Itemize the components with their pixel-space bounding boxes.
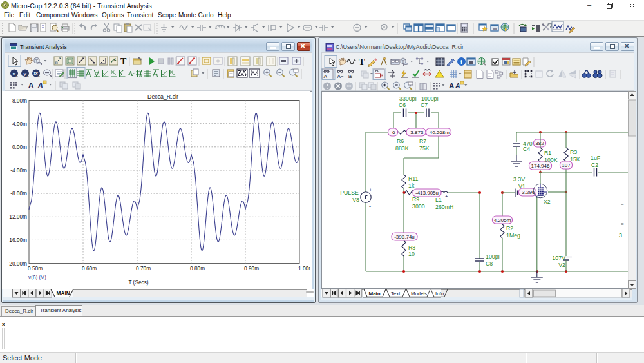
svg-text:1k: 1k [408,182,415,189]
svg-text:107: 107 [562,162,571,168]
svg-text:15K: 15K [570,156,580,162]
svg-text:R1: R1 [544,150,551,156]
svg-text:174.946: 174.946 [531,163,550,169]
svg-text:MAIN: MAIN [57,290,70,297]
svg-text:3: 3 [619,232,622,239]
svg-text:-3.296: -3.296 [520,190,535,195]
svg-text:883K: 883K [395,145,409,152]
svg-text:0.00m: 0.00m [12,144,27,150]
svg-text:+: + [369,187,372,193]
svg-text:Main: Main [369,291,381,297]
svg-text:=: = [621,221,624,227]
svg-text:+: + [445,193,448,199]
svg-text:A~: A~ [337,74,344,79]
svg-text:10: 10 [408,251,415,257]
svg-text:C8: C8 [486,260,493,267]
svg-text:0.70m: 0.70m [136,265,151,271]
svg-text:0.60m: 0.60m [82,265,97,271]
svg-text:R3: R3 [570,149,577,155]
svg-text:R6: R6 [397,138,404,144]
svg-text:0.80m: 0.80m [190,265,205,271]
svg-text:Text: Text [391,291,401,297]
svg-text:-6: -6 [390,130,395,135]
svg-text:T: T [359,57,365,67]
svg-text:i: i [460,59,462,66]
svg-text:-4.00m: -4.00m [10,167,27,173]
svg-text:A: A [455,82,460,90]
svg-text:R7: R7 [419,138,426,144]
svg-text:V8: V8 [352,197,359,203]
svg-text:-: - [369,203,371,210]
svg-text:-398.74u: -398.74u [394,234,415,240]
svg-text:C6: C6 [399,102,406,108]
svg-text:-40.268m: -40.268m [428,130,450,135]
svg-text:R8: R8 [408,244,415,251]
svg-text:8.00m: 8.00m [12,97,27,104]
svg-text:x: x [12,71,15,77]
svg-text:-413.905u: -413.905u [415,190,439,196]
svg-text:-16.00m: -16.00m [8,237,28,243]
svg-text:A: A [324,74,328,79]
svg-text:A: A [37,81,43,89]
svg-text:1000pF: 1000pF [421,95,440,102]
svg-text:1Meg: 1Meg [506,232,520,239]
svg-text:-12.00m: -12.00m [8,213,28,220]
svg-text:V1: V1 [518,183,526,190]
svg-text:Models: Models [411,291,427,297]
svg-text:X2: X2 [544,199,551,205]
svg-text:107V: 107V [552,255,565,261]
svg-text:L: L [27,74,29,77]
svg-text:T: T [120,57,127,66]
svg-text:PULSE: PULSE [340,190,359,196]
svg-text:-8.00m: -8.00m [10,190,27,197]
svg-text:0.50m: 0.50m [28,265,43,271]
svg-text:Info: Info [435,291,444,297]
svg-text:3.3V: 3.3V [513,176,525,182]
svg-text:C4: C4 [523,146,530,152]
svg-text:⊞: ⊞ [348,74,353,79]
svg-text:C2: C2 [591,162,598,168]
svg-text:1uF: 1uF [591,155,601,161]
svg-text:75K: 75K [419,145,430,152]
svg-text:3000: 3000 [412,203,425,210]
svg-text:100pF: 100pF [486,253,502,260]
svg-text:260mH: 260mH [435,204,453,210]
svg-text:3300pF: 3300pF [399,95,419,102]
svg-text:A: A [449,82,454,90]
svg-text:C7: C7 [421,102,428,108]
svg-text:V2: V2 [558,262,565,268]
svg-text:382: 382 [535,141,544,146]
svg-text:1.00m: 1.00m [298,265,310,271]
svg-text:=: = [621,202,624,208]
svg-text:L: L [16,74,18,77]
svg-text:-20.00m: -20.00m [8,260,28,267]
svg-text:4.00m: 4.00m [12,121,27,127]
svg-text:L1: L1 [435,197,442,203]
svg-text:Decca_R.cir: Decca_R.cir [147,93,178,100]
svg-text:-3.873: -3.873 [409,130,424,135]
svg-text:R11: R11 [408,175,419,182]
svg-text:y: y [23,71,26,77]
svg-text:T (Secs): T (Secs) [128,279,148,286]
svg-text:L: L [38,74,40,77]
svg-text:A: A [28,81,33,89]
svg-text:0.90m: 0.90m [244,265,259,271]
svg-text:R2: R2 [506,225,513,231]
svg-text:4.205m: 4.205m [494,217,511,223]
svg-text:v(6) (V): v(6) (V) [28,274,46,280]
